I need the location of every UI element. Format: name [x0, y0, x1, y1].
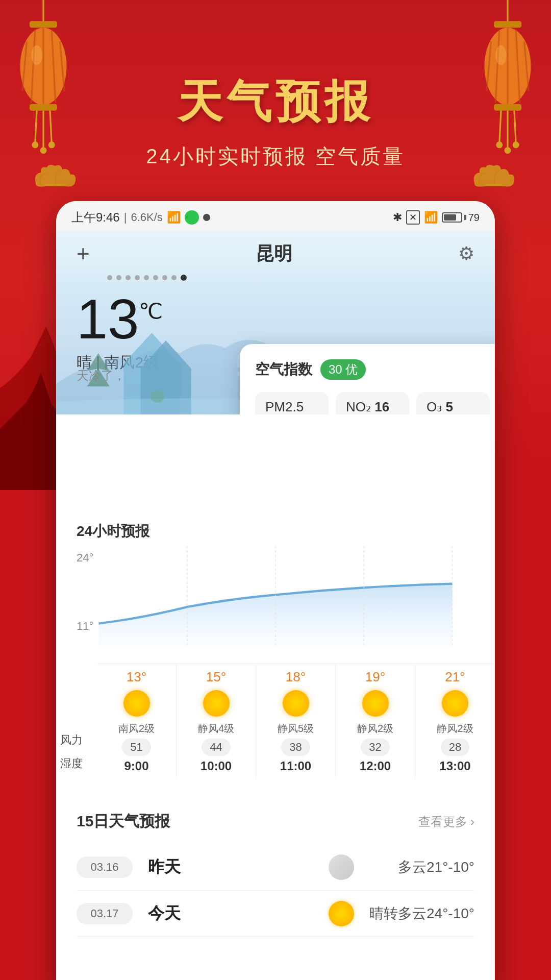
location-dots — [107, 275, 474, 281]
weather-card: + 昆明 ⚙ 13℃ 晴 | 南风2级 — [56, 231, 495, 414]
forecast-15-section: 15日天气预报 查看更多 › 03.16 昨天 多云21°-10° 03.17 … — [56, 796, 495, 952]
settings-icon[interactable]: ⚙ — [458, 243, 474, 264]
wind-13: 静风2级 — [435, 722, 475, 736]
hourly-col-5: 21° 静风2级 28 13:00 — [415, 664, 495, 778]
wind-10: 静风4级 — [196, 722, 236, 736]
temp-13: 21° — [445, 669, 465, 685]
forecast-row-yesterday[interactable]: 03.16 昨天 多云21°-10° — [77, 844, 474, 891]
add-location-button[interactable]: + — [77, 241, 90, 266]
signal-icon: 📶 — [167, 211, 181, 224]
aq-no2: NO₂ 16 — [336, 392, 409, 414]
forecast-temps-yesterday: 多云21°-10° — [362, 857, 474, 877]
weather-icon-9 — [123, 690, 150, 717]
time-10: 10:00 — [201, 759, 232, 773]
notification-dot — [203, 214, 210, 221]
forecast-icon-yesterday — [329, 854, 354, 880]
status-bar: 上午9:46 | 6.6K/s 📶 ✱ ✕ 📶 79 — [56, 201, 495, 231]
view-more-button[interactable]: 查看更多 › — [418, 814, 474, 830]
humidity-9: 51 — [122, 739, 151, 756]
battery-percentage: 79 — [468, 212, 480, 224]
battery-indicator — [442, 212, 462, 223]
status-network-speed: 6.6K/s — [131, 211, 162, 224]
humidity-label: 湿度 — [60, 756, 93, 771]
page-bottom-spacer — [56, 952, 495, 980]
wifi-icon: 📶 — [424, 211, 438, 224]
hourly-col-2: 15° 静风4级 44 10:00 — [177, 664, 256, 778]
hourly-grid: 13° 南风2级 51 9:00 15° 静风4级 44 10:00 — [97, 664, 495, 778]
status-time: 上午9:46 — [71, 209, 120, 226]
aq-pm25: PM2.5 66 — [255, 392, 329, 414]
weather-icon-12 — [362, 690, 389, 717]
svg-point-32 — [151, 390, 164, 403]
weather-icon-10 — [203, 690, 230, 717]
weather-icon-11 — [283, 690, 309, 717]
humidity-13: 28 — [441, 739, 469, 756]
phone-mockup: 上午9:46 | 6.6K/s 📶 ✱ ✕ 📶 79 — [56, 201, 495, 980]
temp-9: 13° — [127, 669, 146, 685]
humidity-11: 38 — [281, 739, 310, 756]
app-title: 天气预报 — [178, 71, 373, 132]
forecast-icon-today — [329, 901, 354, 926]
city-name: 昆明 — [256, 241, 292, 266]
air-quality-popup: 空气指数 30 优 PM2.5 66 NO₂ 16 O₃ 5 SO₂ 3 PM1… — [240, 344, 495, 414]
chart-svg — [77, 546, 474, 646]
time-9: 9:00 — [124, 759, 148, 773]
bluetooth-icon: ✱ — [393, 211, 402, 224]
wind-11: 静风5级 — [276, 722, 316, 736]
wind-label: 风力 — [60, 732, 93, 748]
time-12: 12:00 — [360, 759, 391, 773]
wind-12: 静风2级 — [355, 722, 395, 736]
weather-note: 天冷了， — [77, 368, 126, 384]
status-speed: | — [124, 211, 127, 224]
humidity-10: 44 — [202, 739, 230, 756]
forecast-date-03-17: 03.17 — [77, 903, 133, 924]
forecast-day-yesterday: 昨天 — [148, 856, 329, 878]
aq-title: 空气指数 — [255, 360, 312, 379]
active-indicator — [185, 210, 199, 225]
aq-grid: PM2.5 66 NO₂ 16 O₃ 5 SO₂ 3 PM10 60 CO 7 — [255, 392, 490, 414]
forecast-24h-title: 24小时预报 — [56, 522, 495, 541]
hourly-col-4: 19° 静风2级 32 12:00 — [336, 664, 415, 778]
hourly-row-wrapper: 风力 湿度 13° 南风2级 51 9:00 15° — [56, 664, 495, 778]
temp-12: 19° — [365, 669, 385, 685]
humidity-12: 32 — [361, 739, 389, 756]
temp-10: 15° — [206, 669, 226, 685]
vpn-icon: ✕ — [406, 210, 420, 225]
temp-11: 18° — [286, 669, 306, 685]
aq-o3: O₃ 5 — [416, 392, 490, 414]
view-more-arrow-icon: › — [470, 815, 474, 829]
hourly-col-1: 13° 南风2级 51 9:00 — [97, 664, 177, 778]
forecast-day-today: 今天 — [148, 902, 329, 925]
hourly-col-3: 18° 静风5级 38 11:00 — [256, 664, 336, 778]
forecast-temps-today: 晴转多云24°-10° — [362, 904, 474, 923]
row-labels: 风力 湿度 — [56, 664, 97, 778]
wind-9: 南风2级 — [116, 722, 157, 736]
forecast-24h-section: 24小时预报 24° 11° — [56, 506, 495, 789]
aq-score-badge: 30 优 — [320, 359, 366, 380]
time-13: 13:00 — [439, 759, 470, 773]
app-subtitle: 24小时实时预报 空气质量 — [146, 142, 405, 170]
forecast-date-03-16: 03.16 — [77, 856, 133, 878]
forecast-row-today[interactable]: 03.17 今天 晴转多云24°-10° — [77, 891, 474, 937]
temperature-chart: 24° 11° — [56, 546, 495, 658]
forecast-15-title: 15日天气预报 — [77, 811, 170, 832]
time-11: 11:00 — [280, 759, 311, 773]
weather-icon-13 — [442, 690, 468, 717]
